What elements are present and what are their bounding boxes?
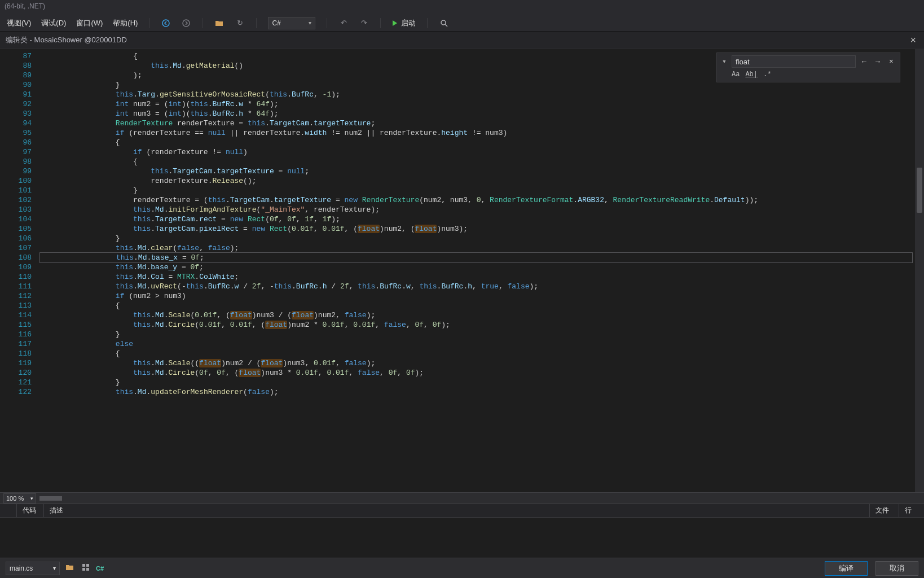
code-line[interactable]: RenderTexture renderTexture = this.Targe…: [39, 119, 915, 128]
menu-view[interactable]: 视图(V): [7, 18, 31, 28]
code-line[interactable]: this.Md.Col = MTRX.ColWhite;: [39, 272, 915, 282]
line-number: 108: [0, 253, 39, 262]
line-number: 92: [0, 99, 39, 109]
find-prev-button[interactable]: ←: [859, 56, 869, 67]
code-line[interactable]: this.TargetCam.targetTexture = null;: [39, 167, 915, 176]
find-match-case-toggle[interactable]: Aa: [732, 70, 740, 80]
undo-icon[interactable]: ↶: [338, 18, 349, 28]
line-number: 118: [0, 349, 39, 358]
line-number: 110: [0, 272, 39, 282]
search-icon[interactable]: [439, 18, 449, 28]
reload-icon[interactable]: ↻: [235, 18, 245, 28]
line-number: 89: [0, 71, 39, 80]
code-line[interactable]: }: [39, 330, 915, 339]
error-list-code-col[interactable]: 代码: [17, 504, 44, 517]
language-combo[interactable]: C# ▾: [268, 17, 315, 29]
code-line[interactable]: this.Md.Circle(0.01f, 0.01f, (float)num2…: [39, 320, 915, 330]
menu-debug[interactable]: 调试(D): [41, 18, 66, 28]
error-list-line-col[interactable]: 行: [899, 504, 924, 517]
line-number: 119: [0, 358, 39, 368]
line-number: 122: [0, 387, 39, 397]
find-regex-toggle[interactable]: .*: [763, 70, 771, 80]
code-line[interactable]: {: [39, 138, 915, 147]
code-line[interactable]: this.Md.base_y = 0f;: [39, 262, 915, 272]
open-file-icon[interactable]: [64, 564, 76, 572]
code-line[interactable]: renderTexture.Release();: [39, 176, 915, 186]
compile-button[interactable]: 编译: [825, 561, 868, 576]
nav-forward-icon[interactable]: [181, 18, 191, 28]
error-list-file-col[interactable]: 文件: [870, 504, 899, 517]
menu-help[interactable]: 帮助(H): [113, 18, 138, 28]
code-line[interactable]: }: [39, 378, 915, 387]
code-line[interactable]: if (num2 > num3): [39, 291, 915, 301]
code-line[interactable]: this.Md.Scale(0.01f, (float)num3 / (floa…: [39, 310, 915, 320]
code-line[interactable]: }: [39, 234, 915, 243]
start-button[interactable]: 启动: [392, 18, 416, 28]
find-whole-word-toggle[interactable]: Ab|: [745, 70, 758, 80]
error-list-icon-col[interactable]: [0, 504, 17, 517]
bottom-toolbar: main.cs ▾ C# 编译 取消: [0, 558, 924, 578]
line-number: 105: [0, 224, 39, 234]
error-list-header: 代码 描述 文件 行: [0, 503, 924, 517]
code-line[interactable]: this.Targ.getSensitiveOrMosaicRect(this.…: [39, 90, 915, 99]
cancel-button[interactable]: 取消: [875, 561, 918, 576]
code-line[interactable]: {: [39, 301, 915, 310]
code-line[interactable]: {: [39, 349, 915, 358]
line-number: 113: [0, 301, 39, 310]
horizontal-scrollbar-thumb[interactable]: [39, 496, 62, 501]
code-line[interactable]: if (renderTexture == null || renderTextu…: [39, 128, 915, 138]
line-number: 95: [0, 128, 39, 138]
grid-icon[interactable]: [80, 564, 91, 572]
find-close-button[interactable]: ×: [886, 56, 896, 67]
code-editor: 8788899091929394959697989910010110210310…: [0, 49, 924, 492]
zoom-combo[interactable]: 100 % ▾: [3, 493, 36, 503]
find-expand-toggle[interactable]: ▾: [720, 57, 728, 67]
open-folder-icon[interactable]: [214, 18, 225, 28]
code-line[interactable]: else: [39, 339, 915, 349]
code-line[interactable]: this.Md.Scale((float)num2 / (float)num3,…: [39, 358, 915, 368]
line-number: 103: [0, 205, 39, 214]
code-line[interactable]: this.Md.base_x = 0f;: [39, 252, 913, 263]
language-combo-label: C#: [272, 19, 280, 27]
svg-rect-5: [82, 568, 85, 571]
line-number: 114: [0, 310, 39, 320]
line-number: 94: [0, 119, 39, 128]
code-line[interactable]: this.Md.Circle(0f, 0f, (float)num3 * 0.0…: [39, 368, 915, 378]
svg-rect-6: [86, 568, 89, 571]
line-number: 97: [0, 147, 39, 157]
redo-icon[interactable]: ↷: [359, 18, 369, 28]
code-line[interactable]: }: [39, 186, 915, 195]
code-area[interactable]: ▾ ← → × Aa Ab| .* { this.Md.getMaterial(…: [39, 49, 915, 492]
svg-point-2: [441, 20, 446, 25]
find-input[interactable]: [732, 55, 856, 68]
code-line[interactable]: int num3 = (int)(this.BufRc.h * 64f);: [39, 109, 915, 119]
subwindow-close-button[interactable]: ×: [908, 34, 918, 46]
code-line[interactable]: this.Md.initForImgAndTexture("_MainTex",…: [39, 205, 915, 214]
code-line[interactable]: if (renderTexture != null): [39, 147, 915, 157]
find-next-button[interactable]: →: [873, 56, 883, 67]
vertical-scrollbar-thumb[interactable]: [917, 168, 922, 213]
line-number: 98: [0, 157, 39, 167]
code-line[interactable]: this.TargetCam.rect = new Rect(0f, 0f, 1…: [39, 214, 915, 224]
code-line[interactable]: this.TargetCam.pixelRect = new Rect(0.01…: [39, 224, 915, 234]
code-line[interactable]: this.Md.clear(false, false);: [39, 243, 915, 253]
subwindow-title: 编辑类 - MosaicShower @020001DD: [6, 35, 127, 45]
horizontal-scrollbar[interactable]: [39, 495, 921, 502]
line-number: 112: [0, 291, 39, 301]
line-number: 106: [0, 234, 39, 243]
menu-window[interactable]: 窗口(W): [76, 18, 103, 28]
code-line[interactable]: this.Md.uvRect(-this.BufRc.w / 2f, -this…: [39, 282, 915, 291]
vertical-scrollbar[interactable]: [915, 49, 924, 492]
error-list-desc-col[interactable]: 描述: [44, 504, 870, 517]
line-number: 87: [0, 51, 39, 61]
code-line[interactable]: this.Md.updateForMeshRenderer(false);: [39, 387, 915, 397]
code-line[interactable]: int num2 = (int)(this.BufRc.w * 64f);: [39, 99, 915, 109]
file-combo[interactable]: main.cs ▾: [6, 562, 60, 575]
code-line[interactable]: renderTexture = (this.TargetCam.targetTe…: [39, 195, 915, 205]
nav-back-icon[interactable]: [161, 18, 171, 28]
line-number: 121: [0, 378, 39, 387]
subwindow-title-bar: 编辑类 - MosaicShower @020001DD ×: [0, 32, 924, 49]
svg-point-1: [183, 20, 190, 27]
chevron-down-icon: ▾: [30, 496, 33, 501]
code-line[interactable]: {: [39, 157, 915, 167]
